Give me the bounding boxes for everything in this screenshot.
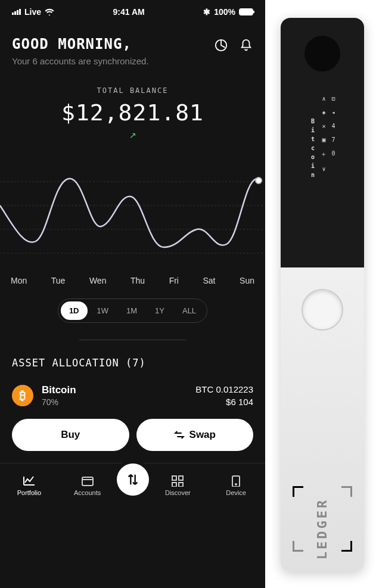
- range-1w[interactable]: 1W: [89, 301, 117, 320]
- buy-button[interactable]: Buy: [12, 419, 129, 451]
- sync-subtitle: Your 6 accounts are synchronized.: [12, 56, 149, 66]
- swap-button[interactable]: Swap: [136, 419, 254, 451]
- bluetooth-icon: ✱: [203, 7, 210, 17]
- x-label: Mon: [11, 276, 27, 285]
- balance-label: TOTAL BALANCE: [0, 86, 265, 95]
- x-label: Tue: [51, 276, 66, 285]
- range-1d[interactable]: 1D: [61, 301, 88, 320]
- status-right: ✱ 100%: [203, 7, 253, 17]
- chart-x-labels: Mon Tue Wen Thu Fri Sat Sun: [0, 265, 265, 285]
- clock: 9:41 AM: [113, 7, 145, 17]
- signal-icon: [12, 9, 21, 15]
- asset-fiat: $6 104: [195, 397, 253, 407]
- header: GOOD MORNING, Your 6 accounts are synchr…: [0, 24, 265, 72]
- svg-point-12: [235, 484, 237, 485]
- wallet-icon: [80, 475, 95, 487]
- asset-allocation-section: ASSET ALLOCATION (7) ₿ Bitcoin 70% BTC 0…: [0, 357, 265, 407]
- x-label: Sat: [203, 276, 216, 285]
- transfer-icon: [126, 473, 139, 486]
- svg-point-5: [256, 178, 262, 183]
- bitcoin-icon: ₿: [12, 385, 33, 406]
- x-label: Thu: [130, 276, 145, 285]
- nav-label: Device: [226, 489, 246, 496]
- svg-rect-6: [82, 477, 93, 486]
- bell-icon[interactable]: [239, 38, 253, 52]
- asset-pct: 70%: [42, 397, 195, 407]
- balance-chart[interactable]: [0, 164, 265, 265]
- chevron-down-icon: ∨: [322, 166, 325, 172]
- balance-section: TOTAL BALANCE $12,821.81 ↗: [0, 86, 265, 140]
- device-main-button[interactable]: [302, 289, 343, 331]
- grid-icon: [170, 475, 185, 487]
- battery-icon: [239, 8, 253, 15]
- svg-rect-9: [172, 483, 176, 487]
- pie-chart-icon[interactable]: [214, 38, 228, 52]
- range-1m[interactable]: 1M: [118, 301, 145, 320]
- trend-up-icon: ↗: [0, 130, 265, 140]
- nav-transfer-button[interactable]: [117, 463, 149, 496]
- status-left: Live: [12, 7, 54, 17]
- nav-device[interactable]: Device: [207, 475, 265, 496]
- chart-line-icon: [22, 475, 36, 487]
- battery-pct: 100%: [214, 7, 235, 17]
- x-label: Fri: [169, 276, 179, 285]
- brand-label: LEDGER: [315, 498, 330, 559]
- nav-label: Discover: [165, 489, 191, 496]
- hardware-wallet: Bitcoin ∧ ◈✕▣＋ ∨ ⊡◂470 LEDGER: [281, 18, 364, 572]
- x-label: Sun: [240, 276, 254, 285]
- device-icon: [229, 475, 243, 487]
- bottom-nav: Portfolio Accounts Discover Device: [0, 463, 265, 507]
- asset-row-bitcoin[interactable]: ₿ Bitcoin 70% BTC 0.012223 $6 104: [12, 384, 253, 407]
- svg-rect-7: [172, 476, 176, 480]
- nav-label: Accounts: [74, 489, 101, 496]
- range-all[interactable]: ALL: [174, 301, 204, 320]
- nav-discover[interactable]: Discover: [149, 475, 207, 496]
- chevron-up-icon: ∧: [322, 95, 325, 102]
- range-1y[interactable]: 1Y: [147, 301, 173, 320]
- device-screen: Bitcoin ∧ ◈✕▣＋ ∨ ⊡◂470: [299, 95, 346, 203]
- action-buttons: Buy Swap: [0, 407, 265, 463]
- greeting-title: GOOD MORNING,: [12, 36, 149, 52]
- svg-rect-10: [179, 483, 183, 487]
- nav-accounts[interactable]: Accounts: [58, 475, 117, 496]
- swap-label: Swap: [189, 429, 216, 441]
- nav-label: Portfolio: [17, 489, 41, 496]
- nav-portfolio[interactable]: Portfolio: [0, 475, 58, 496]
- swap-icon: [174, 430, 185, 440]
- time-range-selector: 1D 1W 1M 1Y ALL: [58, 298, 207, 323]
- asset-name: Bitcoin: [42, 384, 195, 396]
- divider: [79, 340, 187, 340]
- wifi-icon: [45, 8, 54, 15]
- mobile-app-screen: Live 9:41 AM ✱ 100% GOOD MORNING, Your 6…: [0, 0, 265, 588]
- status-bar: Live 9:41 AM ✱ 100%: [0, 0, 265, 24]
- device-screen-label: Bitcoin: [309, 95, 316, 203]
- asset-amount: BTC 0.012223: [195, 384, 253, 394]
- carrier-label: Live: [24, 7, 41, 17]
- x-label: Wen: [89, 276, 107, 285]
- device-top-button: [304, 36, 340, 71]
- device-top: Bitcoin ∧ ◈✕▣＋ ∨ ⊡◂470: [281, 18, 364, 267]
- balance-amount: $12,821.81: [0, 99, 265, 126]
- device-bottom: LEDGER: [281, 267, 364, 573]
- allocation-title: ASSET ALLOCATION (7): [12, 357, 253, 369]
- svg-rect-8: [179, 476, 183, 480]
